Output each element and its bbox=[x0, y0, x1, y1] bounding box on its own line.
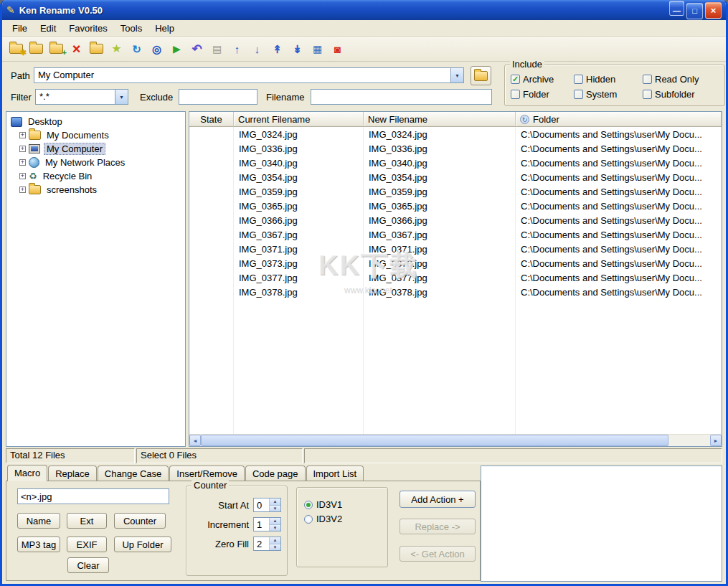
spin-down-button[interactable]: ▼ bbox=[270, 525, 280, 531]
favorites-icon[interactable]: ★ bbox=[108, 40, 126, 58]
title-bar[interactable]: ✎ Ken Rename V0.50 —□× bbox=[2, 0, 726, 20]
table-row[interactable]: IMG_0340.jpgIMG_0340.jpgC:\Documents and… bbox=[189, 156, 722, 170]
tab-change-case[interactable]: Change Case bbox=[98, 466, 169, 481]
add-folder-icon[interactable]: + bbox=[47, 40, 65, 58]
tree-item-recycle-bin[interactable]: +♻Recycle Bin bbox=[6, 169, 185, 183]
expand-icon[interactable]: + bbox=[19, 159, 26, 166]
exclude-input[interactable] bbox=[179, 89, 257, 105]
menu-help[interactable]: Help bbox=[148, 22, 181, 35]
menu-tools[interactable]: Tools bbox=[114, 22, 148, 35]
undo-icon[interactable]: ↶ bbox=[188, 40, 206, 58]
table-row[interactable]: IMG_0371.jpgIMG_0371.jpgC:\Documents and… bbox=[189, 242, 722, 256]
tree-item-my-network-places[interactable]: +My Network Places bbox=[6, 156, 185, 169]
new-item-icon[interactable]: ✱ bbox=[7, 40, 25, 58]
expand-icon[interactable]: + bbox=[19, 146, 26, 152]
zero-fill-spinner[interactable]: 2▲▼ bbox=[253, 537, 281, 551]
tree-item-my-documents[interactable]: +My Documents bbox=[6, 128, 185, 142]
columns-icon[interactable]: ▦ bbox=[308, 40, 326, 58]
macro-pattern-input[interactable] bbox=[17, 488, 169, 504]
expand-icon[interactable]: + bbox=[19, 186, 26, 193]
scroll-right-button[interactable]: ► bbox=[710, 435, 722, 446]
table-row[interactable]: IMG_0367.jpgIMG_0367.jpgC:\Documents and… bbox=[189, 227, 722, 242]
menu-edit[interactable]: Edit bbox=[34, 22, 62, 35]
delete-icon[interactable]: × bbox=[67, 40, 85, 58]
column-header-new-filename[interactable]: New Filename bbox=[364, 112, 516, 127]
table-row[interactable]: IMG_0324.jpgIMG_0324.jpgC:\Documents and… bbox=[189, 127, 722, 141]
filter-combobox[interactable]: *.* ▼ bbox=[35, 89, 128, 105]
tab-insert-remove[interactable]: Insert/Remove bbox=[169, 466, 245, 481]
expand-icon[interactable]: + bbox=[19, 132, 26, 138]
exit-icon[interactable]: ◙ bbox=[328, 40, 346, 58]
table-row[interactable]: IMG_0336.jpgIMG_0336.jpgC:\Documents and… bbox=[189, 141, 722, 156]
radio-id3v2[interactable]: ID3V2 bbox=[304, 514, 387, 524]
menu-file[interactable]: File bbox=[6, 22, 34, 35]
spin-down-button[interactable]: ▼ bbox=[270, 506, 280, 512]
ext-button[interactable]: Ext bbox=[67, 513, 107, 529]
tab-import-list[interactable]: Import List bbox=[306, 466, 364, 481]
add-action-button[interactable]: Add Action + bbox=[400, 491, 476, 508]
scroll-left-button[interactable]: ◄ bbox=[189, 435, 201, 446]
move-bottom-icon[interactable]: ↡ bbox=[288, 40, 306, 58]
maximize-button[interactable]: □ bbox=[686, 3, 703, 19]
checkbox-read-only[interactable]: Read Only bbox=[643, 74, 722, 85]
table-row[interactable]: IMG_0365.jpgIMG_0365.jpgC:\Documents and… bbox=[189, 199, 722, 213]
get-action-button[interactable]: <- Get Action bbox=[400, 546, 476, 562]
counter-button[interactable]: Counter bbox=[114, 513, 166, 529]
spin-up-button[interactable]: ▲ bbox=[270, 498, 280, 506]
column-header-state[interactable]: State bbox=[189, 112, 234, 127]
increment-spinner[interactable]: 1▲▼ bbox=[253, 517, 281, 531]
column-header-current-filename[interactable]: Current Filename bbox=[234, 112, 364, 127]
folder-icon[interactable] bbox=[88, 40, 105, 58]
target-icon[interactable]: ◎ bbox=[148, 40, 166, 58]
preview-icon[interactable]: ▤ bbox=[208, 40, 226, 58]
tree-item-screenshots[interactable]: +screenshots bbox=[6, 183, 185, 197]
open-folder-icon[interactable] bbox=[27, 40, 45, 58]
table-row[interactable]: IMG_0377.jpgIMG_0377.jpgC:\Documents and… bbox=[189, 270, 722, 285]
scroll-thumb[interactable] bbox=[201, 435, 668, 446]
minimize-button[interactable]: — bbox=[669, 1, 684, 16]
spin-up-button[interactable]: ▲ bbox=[270, 518, 280, 525]
checkbox-system[interactable]: System bbox=[574, 89, 643, 100]
checkbox-folder[interactable]: Folder bbox=[511, 89, 574, 100]
path-dropdown-button[interactable]: ▼ bbox=[450, 68, 463, 82]
table-row[interactable]: IMG_0366.jpgIMG_0366.jpgC:\Documents and… bbox=[189, 213, 722, 227]
tree-item-my-computer[interactable]: +My Computer bbox=[6, 142, 185, 156]
up-folder-button[interactable]: Up Folder bbox=[114, 537, 171, 552]
path-combobox[interactable]: My Computer ▼ bbox=[34, 67, 464, 83]
filter-dropdown-button[interactable]: ▼ bbox=[115, 90, 128, 104]
sort-icon[interactable]: ↻ bbox=[520, 115, 529, 124]
move-up-icon[interactable]: ↑ bbox=[228, 40, 246, 58]
tab-macro[interactable]: Macro bbox=[7, 465, 47, 481]
start-rename-icon[interactable]: ▶ bbox=[168, 40, 186, 58]
name-button[interactable]: Name bbox=[17, 513, 60, 529]
spin-up-button[interactable]: ▲ bbox=[270, 537, 280, 544]
start-at-spinner[interactable]: 0▲▼ bbox=[253, 498, 281, 512]
exif-button[interactable]: EXIF bbox=[67, 537, 107, 552]
table-row[interactable]: IMG_0378.jpgIMG_0378.jpgC:\Documents and… bbox=[189, 285, 722, 299]
spin-down-button[interactable]: ▼ bbox=[270, 544, 280, 551]
radio-id3v1[interactable]: ID3V1 bbox=[304, 499, 387, 510]
table-row[interactable]: IMG_0359.jpgIMG_0359.jpgC:\Documents and… bbox=[189, 184, 722, 199]
close-button[interactable]: × bbox=[705, 2, 722, 19]
checkbox-subfolder[interactable]: Subfolder bbox=[643, 89, 722, 100]
move-top-icon[interactable]: ↟ bbox=[268, 40, 286, 58]
mp3-tag-button[interactable]: MP3 tag bbox=[17, 537, 60, 552]
scroll-track[interactable] bbox=[668, 435, 710, 446]
table-row[interactable]: IMG_0373.jpgIMG_0373.jpgC:\Documents and… bbox=[189, 256, 722, 270]
clear-button[interactable]: Clear bbox=[67, 557, 109, 573]
filename-input[interactable] bbox=[311, 89, 492, 105]
tab-replace[interactable]: Replace bbox=[48, 466, 97, 481]
tree-item-desktop[interactable]: Desktop bbox=[6, 115, 185, 128]
table-row[interactable]: IMG_0354.jpgIMG_0354.jpgC:\Documents and… bbox=[189, 170, 722, 184]
tab-code-page[interactable]: Code page bbox=[245, 466, 306, 481]
action-list[interactable] bbox=[481, 466, 722, 582]
replace-button[interactable]: Replace -> bbox=[400, 519, 476, 534]
checkbox-hidden[interactable]: Hidden bbox=[574, 74, 643, 85]
menu-favorites[interactable]: Favorites bbox=[62, 22, 113, 35]
move-down-icon[interactable]: ↓ bbox=[248, 40, 266, 58]
column-header-folder[interactable]: ↻Folder bbox=[516, 112, 722, 127]
checkbox-archive[interactable]: ✓Archive bbox=[511, 74, 574, 85]
expand-icon[interactable]: + bbox=[19, 173, 26, 179]
refresh-list-icon[interactable]: ↻ bbox=[128, 40, 146, 58]
browse-folder-button[interactable] bbox=[471, 66, 491, 85]
